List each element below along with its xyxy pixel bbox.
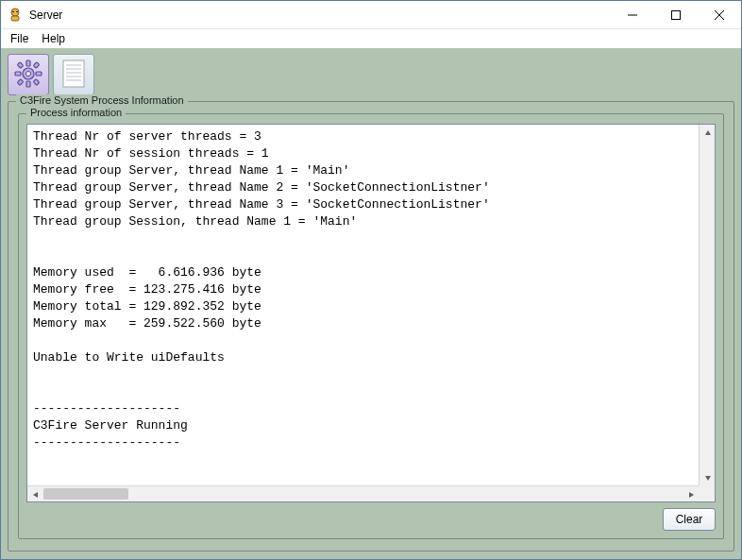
content-area: C3Fire System Process Information Proces… xyxy=(1,48,741,559)
document-icon xyxy=(60,59,87,92)
scroll-corner xyxy=(699,485,715,501)
inner-legend: Process information xyxy=(26,107,126,118)
svg-rect-1 xyxy=(11,16,19,21)
svg-point-3 xyxy=(16,10,18,12)
svg-rect-16 xyxy=(33,78,39,84)
scroll-left-icon[interactable] xyxy=(27,486,43,502)
scroll-up-icon[interactable] xyxy=(700,125,716,141)
horizontal-scrollbar[interactable] xyxy=(27,485,715,501)
svg-rect-9 xyxy=(26,60,30,66)
scroll-right-icon[interactable] xyxy=(683,486,699,502)
window-title: Server xyxy=(29,8,62,22)
log-panel: Thread Nr of server threads = 3 Thread N… xyxy=(26,124,716,502)
close-button[interactable] xyxy=(698,1,741,29)
menu-file[interactable]: File xyxy=(5,30,34,47)
svg-marker-24 xyxy=(705,130,711,135)
svg-point-0 xyxy=(11,8,19,16)
titlebar: Server xyxy=(1,1,741,29)
inner-fieldset: Process information Thread Nr of server … xyxy=(18,113,724,539)
vertical-scrollbar[interactable] xyxy=(699,125,715,485)
svg-marker-25 xyxy=(705,476,711,481)
svg-rect-10 xyxy=(26,81,30,87)
svg-rect-18 xyxy=(63,60,84,87)
svg-rect-11 xyxy=(15,72,21,76)
app-icon xyxy=(7,7,24,24)
hscroll-thumb[interactable] xyxy=(43,488,128,500)
svg-rect-15 xyxy=(17,78,23,84)
button-row: Clear xyxy=(26,502,716,531)
settings-tool-button[interactable] xyxy=(8,54,49,95)
svg-rect-14 xyxy=(33,61,39,67)
scroll-down-icon[interactable] xyxy=(700,469,716,485)
svg-rect-12 xyxy=(36,72,42,76)
hscroll-track[interactable] xyxy=(43,488,683,500)
svg-marker-26 xyxy=(33,492,38,498)
outer-fieldset: C3Fire System Process Information Proces… xyxy=(8,101,734,552)
log-text[interactable]: Thread Nr of server threads = 3 Thread N… xyxy=(27,125,715,501)
minimize-button[interactable] xyxy=(611,1,654,29)
maximize-button[interactable] xyxy=(654,1,698,29)
svg-point-17 xyxy=(26,71,31,76)
log-tool-button[interactable] xyxy=(53,54,94,95)
gear-icon xyxy=(13,59,43,92)
menu-help[interactable]: Help xyxy=(36,30,71,47)
svg-rect-13 xyxy=(17,61,23,67)
toolbar xyxy=(6,52,736,99)
svg-rect-5 xyxy=(672,10,681,19)
outer-legend: C3Fire System Process Information xyxy=(16,94,188,106)
svg-point-2 xyxy=(12,10,14,12)
menubar: File Help xyxy=(1,29,741,48)
clear-button[interactable]: Clear xyxy=(663,508,716,531)
svg-marker-27 xyxy=(689,492,694,498)
